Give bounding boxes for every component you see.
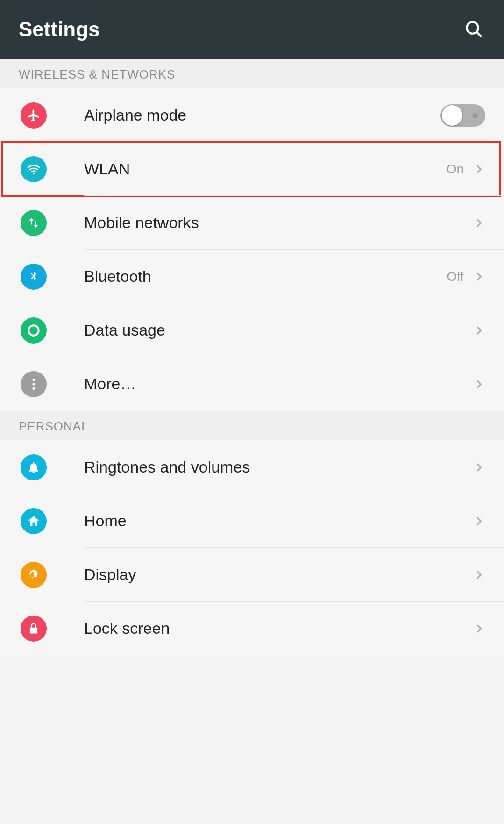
row-label: Ringtones and volumes xyxy=(84,458,472,476)
svg-point-4 xyxy=(32,379,35,381)
toggle-knob xyxy=(442,105,462,126)
chevron-right-icon xyxy=(472,515,485,528)
svg-line-1 xyxy=(476,32,482,37)
chevron-right-icon xyxy=(472,378,485,391)
row-more[interactable]: More… xyxy=(0,357,504,411)
chevron-right-icon xyxy=(472,568,485,581)
row-label: Mobile networks xyxy=(84,214,472,232)
mobile-data-icon xyxy=(21,210,47,236)
row-mobile-networks[interactable]: Mobile networks xyxy=(0,196,504,250)
row-label: WLAN xyxy=(84,160,447,178)
airplane-icon xyxy=(21,102,47,129)
section-header-personal: PERSONAL xyxy=(0,411,504,440)
page-title: Settings xyxy=(19,18,100,41)
row-wlan[interactable]: WLAN On xyxy=(0,142,504,196)
lock-icon xyxy=(21,616,47,642)
row-label: Lock screen xyxy=(84,619,472,638)
bell-icon xyxy=(21,454,47,480)
section-list-personal: Ringtones and volumes Home Display Lock … xyxy=(0,440,504,655)
svg-point-6 xyxy=(32,387,35,389)
svg-point-5 xyxy=(32,383,35,385)
row-lock-screen[interactable]: Lock screen xyxy=(0,602,504,655)
chevron-right-icon xyxy=(472,461,485,474)
wifi-icon xyxy=(21,156,47,182)
section-header-wireless: WIRELESS & NETWORKS xyxy=(0,59,504,88)
svg-point-0 xyxy=(467,22,478,34)
row-data-usage[interactable]: Data usage xyxy=(0,303,504,357)
section-list-wireless: Airplane mode WLAN On Mobile networks xyxy=(0,88,504,411)
row-label: Airplane mode xyxy=(84,106,440,124)
row-display[interactable]: Display xyxy=(0,548,504,602)
row-label: Data usage xyxy=(84,321,472,339)
bluetooth-icon xyxy=(21,264,47,290)
chevron-right-icon xyxy=(472,270,485,283)
row-label: More… xyxy=(84,375,472,393)
row-status: Off xyxy=(447,269,464,284)
row-status: On xyxy=(447,162,464,177)
row-home[interactable]: Home xyxy=(0,494,504,548)
divider xyxy=(84,655,504,655)
toggle-indicator xyxy=(472,113,478,118)
more-icon xyxy=(21,371,47,397)
svg-point-3 xyxy=(28,325,38,335)
data-usage-icon xyxy=(21,317,47,344)
row-ringtones[interactable]: Ringtones and volumes xyxy=(0,440,504,494)
brightness-icon xyxy=(21,562,47,588)
app-header: Settings xyxy=(0,0,504,59)
chevron-right-icon xyxy=(472,622,485,635)
airplane-toggle[interactable] xyxy=(440,104,485,127)
chevron-right-icon xyxy=(472,163,485,176)
row-airplane-mode[interactable]: Airplane mode xyxy=(0,88,504,142)
row-bluetooth[interactable]: Bluetooth Off xyxy=(0,250,504,303)
row-label: Display xyxy=(84,566,472,584)
search-button[interactable] xyxy=(463,18,485,41)
row-label: Bluetooth xyxy=(84,267,447,286)
chevron-right-icon xyxy=(472,216,485,229)
row-label: Home xyxy=(84,512,472,530)
home-icon xyxy=(21,508,47,534)
chevron-right-icon xyxy=(472,324,485,337)
svg-point-2 xyxy=(33,172,34,174)
search-icon xyxy=(464,20,484,39)
